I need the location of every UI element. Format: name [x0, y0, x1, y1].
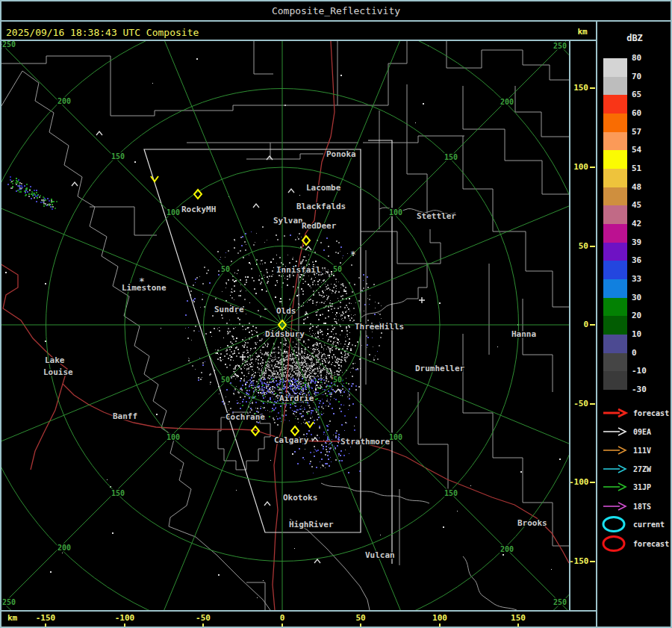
- legend: forecast09EA111V27ZW31JP18TScurrentforec…: [597, 403, 672, 553]
- frame-top-divider: [0, 0, 672, 1]
- county-boundary-line: [515, 86, 569, 137]
- x-axis-tick-label: 100: [428, 613, 452, 623]
- dbz-color-block: [603, 279, 627, 298]
- city-label: Strathmore: [340, 437, 391, 447]
- y-axis-tick: [590, 324, 595, 326]
- range-ring-label: 150: [111, 152, 125, 161]
- range-ring-label: 50: [221, 265, 230, 273]
- range-ring-label: 150: [444, 489, 458, 497]
- city-label: Lake: [45, 355, 65, 365]
- city-label: Okotoks: [283, 493, 317, 503]
- legend-label: 27ZW: [633, 465, 652, 473]
- county-boundary-line: [523, 299, 553, 392]
- dbz-scale-value: 45: [632, 200, 662, 210]
- y-axis-tick-label: -100: [569, 477, 588, 487]
- county-boundary-line: [337, 41, 407, 105]
- range-ring-label: 250: [2, 41, 16, 49]
- city-label: Limestone: [122, 283, 167, 293]
- dbz-scale-value: 48: [632, 182, 662, 192]
- dbz-color-block: [603, 298, 627, 317]
- y-axis-tick: [590, 87, 595, 89]
- county-boundary-line: [321, 483, 429, 503]
- range-ring-label: 250: [2, 598, 16, 606]
- city-label: Sylvan: [273, 216, 303, 226]
- city-label: Blackfalds: [296, 202, 346, 211]
- county-boundary-line: [463, 136, 569, 307]
- dbz-color-block: [603, 58, 627, 77]
- dbz-color-block: [603, 169, 627, 187]
- city-label: Ponoka: [326, 149, 356, 159]
- city-label: RockyMH: [181, 205, 216, 214]
- city-label: Didsbury: [265, 329, 305, 339]
- range-ring-label: 200: [57, 544, 71, 552]
- x-axis-tick-label: 150: [506, 613, 530, 623]
- y-axis-unit-label: km: [569, 27, 596, 37]
- y-axis-tick-label: 100: [569, 162, 588, 172]
- dbz-color-block: [603, 150, 627, 169]
- range-ring-label: 100: [389, 208, 402, 217]
- x-axis-tick-label: -100: [113, 613, 137, 623]
- y-axis-tick-label: 50: [569, 241, 588, 251]
- county-boundary-line: [463, 86, 569, 194]
- y-axis-tick: [590, 403, 595, 405]
- yellow-vector-icon: [306, 422, 314, 427]
- dbz-color-block: [603, 114, 627, 132]
- plus-marker-icon: [419, 297, 425, 303]
- city-label: Sundre: [214, 305, 244, 314]
- colorscale-unit-label: dBZ: [597, 33, 672, 43]
- range-ring-label: 100: [389, 433, 402, 441]
- legend-label: forecast: [633, 540, 669, 548]
- range-ring-label: 200: [500, 545, 514, 553]
- forecast-ellipse-icon: [603, 537, 624, 551]
- dbz-scale-value: 65: [632, 90, 662, 99]
- plus-marker-icon: [240, 354, 246, 360]
- city-label: Stettler: [417, 211, 456, 221]
- radar-map[interactable]: 5050505010010010010015015015015020020020…: [0, 41, 569, 610]
- range-ring-label: 50: [333, 265, 342, 273]
- city-label: Airdrie: [279, 394, 314, 403]
- range-ring-label: 100: [167, 208, 180, 217]
- infobar-divider: [0, 40, 596, 41]
- dbz-scale-value: 42: [632, 219, 662, 228]
- markers: **: [72, 131, 425, 563]
- radar-app-window: Composite_Reflectivity 2025/09/16 18:38:…: [0, 0, 672, 628]
- range-ring-label: 50: [333, 376, 342, 384]
- legend-label: 09EA: [633, 428, 651, 436]
- city-label: HighRiver: [289, 520, 334, 529]
- city-label: Louise: [43, 367, 73, 377]
- dbz-color-block: [603, 261, 627, 279]
- county-boundary-line: [246, 154, 323, 159]
- range-ring-label: 50: [221, 376, 230, 384]
- city-label: Hanna: [511, 329, 536, 339]
- dbz-color-block: [603, 77, 627, 96]
- dbz-scale-value: 51: [632, 164, 662, 173]
- asterisk-marker-icon: *: [350, 249, 356, 260]
- x-axis-tick-label: 50: [349, 613, 373, 623]
- titlebar-divider: [0, 20, 672, 22]
- timestamp-label: 2025/09/16 18:38:43 UTC Composite: [6, 27, 199, 38]
- dbz-scale-value: 36: [632, 255, 662, 265]
- x-axis-tick-label: -50: [191, 613, 215, 623]
- caret-marker-icon: [72, 182, 78, 186]
- dbz-color-block: [603, 335, 627, 353]
- city-label: Brooks: [517, 518, 547, 528]
- y-axis-tick: [590, 561, 595, 562]
- range-ring-label: 250: [553, 598, 567, 606]
- legend-label: 18TS: [633, 503, 651, 511]
- dbz-scale-value: 10: [632, 329, 662, 339]
- radar-site-diamond-icon: [291, 426, 299, 435]
- radar-site-diamond-icon: [194, 190, 202, 199]
- dbz-scale-value: 33: [632, 274, 662, 284]
- city-label: Vulcan: [365, 550, 395, 560]
- echo-dots-southeast-scatter: [297, 423, 343, 468]
- city-label: ThreeHills: [355, 322, 404, 332]
- county-boundary-line: [447, 41, 569, 80]
- x-axis-tick-label: 0: [270, 613, 294, 623]
- caret-marker-icon: [305, 246, 311, 250]
- y-axis-tick-label: -150: [569, 556, 588, 566]
- county-boundary-line: [363, 136, 464, 143]
- city-label: Calgary: [274, 435, 309, 445]
- dbz-scale-value: 80: [632, 53, 662, 63]
- legend-label: 31JP: [633, 483, 651, 491]
- city-label: Cochrane: [225, 412, 265, 422]
